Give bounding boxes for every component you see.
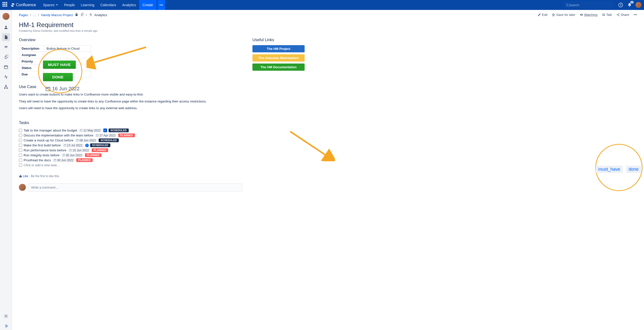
task-status-badge: PLANNED — [76, 158, 93, 162]
breadcrumb-pages[interactable]: Pages — [19, 13, 28, 17]
breadcrumb-project[interactable]: Handy Macros Project — [41, 13, 73, 17]
task-checkbox[interactable] — [19, 134, 22, 137]
rail-calendar-icon[interactable] — [2, 63, 10, 71]
task-date: 27 Apr 2022 — [95, 134, 117, 138]
rail-attachment-icon[interactable] — [2, 53, 10, 61]
useful-link-button[interactable]: The HM Documentation — [252, 63, 304, 71]
like-row: Like Be the first to like this — [19, 174, 242, 178]
svg-point-2 — [5, 26, 7, 27]
task-item: Proofread the docs 30 Jun 2022PLANNED — [19, 158, 242, 163]
more-actions-button[interactable]: ••• — [634, 13, 637, 17]
nav-more-button[interactable]: ••• — [158, 0, 165, 10]
nav-spaces[interactable]: Spaces — [40, 0, 61, 10]
useful-link-button[interactable]: The HM Project — [252, 45, 304, 52]
app-switcher-icon[interactable] — [2, 2, 8, 8]
breadcrumb: Pages / … / Handy Macros Project • Analy… — [19, 13, 107, 17]
useful-links: The HM ProjectThe Atlassian MarketplaceT… — [252, 45, 304, 71]
main-content: Pages / … / Handy Macros Project • Analy… — [12, 10, 644, 330]
top-nav: Confluence Spaces People Learning Calend… — [0, 0, 644, 10]
svg-rect-18 — [46, 87, 50, 91]
nav-calendars[interactable]: Calendars — [98, 0, 119, 10]
space-avatar[interactable] — [2, 13, 10, 20]
task-checkbox[interactable] — [19, 129, 22, 132]
task-status-badge: PLANNED — [85, 153, 101, 157]
task-status-badge: PLANNED — [92, 148, 108, 152]
useful-link-button[interactable]: The Atlassian Marketplace — [252, 54, 304, 62]
search-box[interactable] — [564, 1, 613, 8]
save-for-later-button[interactable]: Save for later — [552, 13, 575, 17]
task-item: Make the first build before 13 Jul 2022i… — [19, 143, 242, 148]
task-text: Talk to the manager about the budget — [24, 129, 77, 132]
task-date: 08 Jun 2022 — [75, 139, 97, 143]
tag-must-have[interactable]: must_have — [596, 166, 623, 173]
task-date: 15 Jun 2022 — [68, 148, 90, 152]
attachment-count-icon[interactable] — [80, 13, 84, 17]
comment-avatar — [19, 184, 26, 191]
tasks-heading: Tasks — [19, 121, 242, 125]
svg-rect-14 — [64, 144, 66, 146]
task-checkbox[interactable] — [19, 144, 22, 147]
svg-rect-12 — [96, 135, 98, 136]
like-first-text: Be the first to like this — [31, 174, 59, 178]
table-row: DescriptionButton feature in Cloud — [19, 45, 91, 52]
rail-settings-icon[interactable] — [2, 312, 10, 320]
svg-point-7 — [5, 316, 6, 317]
rail-people-icon[interactable] — [2, 23, 10, 31]
task-status-badge: PLANNED — [118, 134, 135, 137]
notification-badge: 2 — [630, 1, 634, 3]
task-status-badge: SCHEDULED — [99, 139, 119, 142]
like-button[interactable]: Like — [19, 174, 28, 178]
nav-learning[interactable]: Learning — [78, 0, 98, 10]
task-checkbox[interactable] — [19, 159, 22, 162]
rail-expand-icon[interactable] — [2, 322, 10, 330]
comment-box: Write a comment… — [19, 183, 242, 191]
task-checkbox[interactable] — [19, 139, 22, 142]
comment-input[interactable]: Write a comment… — [28, 183, 242, 191]
nav-people[interactable]: People — [61, 0, 78, 10]
calendar-icon — [45, 86, 51, 92]
info-icon: i — [85, 144, 89, 147]
task-text: Run integrity tests before — [24, 153, 60, 157]
confluence-logo[interactable]: Confluence — [10, 3, 36, 7]
breadcrumb-analytics[interactable]: Analytics — [94, 13, 107, 17]
task-date: 12 May 2022 — [78, 129, 102, 133]
page-meta: Created by Elena Ovdienko, last modified… — [19, 29, 637, 32]
rail-pages-icon[interactable] — [2, 33, 10, 41]
task-status-badge: SCHEDULED — [108, 129, 129, 132]
task-checkbox[interactable] — [19, 154, 22, 157]
share-button[interactable]: Share — [616, 13, 629, 17]
svg-rect-17 — [54, 159, 56, 161]
task-checkbox[interactable] — [19, 149, 22, 152]
breadcrumb-dots[interactable]: … — [33, 13, 36, 17]
notifications-icon[interactable]: 2 — [626, 1, 633, 8]
rail-hierarchy-icon[interactable] — [2, 83, 10, 91]
restrictions-icon[interactable] — [75, 13, 78, 17]
tag-done[interactable]: done — [626, 166, 641, 173]
task-add-text: Click to add a new task… — [24, 163, 60, 167]
chevron-down-icon — [56, 4, 58, 6]
edit-button[interactable]: Edit — [538, 13, 547, 17]
page-title: HM-1 Requirement — [19, 21, 637, 29]
rail-activity-icon[interactable] — [2, 73, 10, 81]
table-row: Assignee — [19, 52, 91, 58]
watching-button[interactable]: Watching — [580, 13, 598, 17]
usecase-p2: They will need to have the opportunity t… — [19, 99, 242, 104]
talk-button[interactable]: Talk — [602, 13, 612, 17]
svg-rect-13 — [76, 140, 78, 141]
task-text: Discuss the implementation with the team… — [24, 134, 93, 137]
svg-rect-3 — [4, 66, 8, 69]
user-avatar[interactable] — [636, 2, 642, 8]
task-date: 13 Jul 2022 — [62, 144, 84, 147]
svg-rect-15 — [69, 149, 71, 151]
task-item: Discuss the implementation with the team… — [19, 133, 242, 138]
create-button[interactable]: Create — [139, 0, 156, 10]
overlay-must-have-badge: MUST HAVE — [43, 61, 76, 69]
help-icon[interactable]: ? — [617, 1, 624, 8]
task-checkbox[interactable] — [19, 164, 22, 167]
search-input[interactable] — [569, 3, 611, 7]
nav-analytics[interactable]: Analytics — [119, 0, 139, 10]
task-add-item[interactable]: Click to add a new task… — [19, 163, 242, 167]
task-item: Run performance tests before 15 Jun 2022… — [19, 148, 242, 153]
task-list: Talk to the manager about the budget 12 … — [19, 128, 242, 167]
rail-quote-icon[interactable] — [2, 43, 10, 51]
